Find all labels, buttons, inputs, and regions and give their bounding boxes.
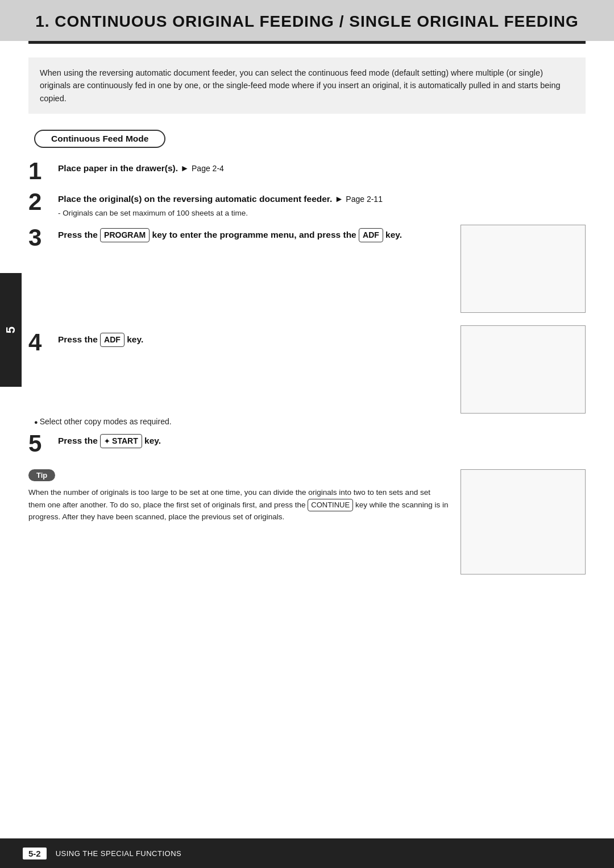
steps-right-images bbox=[460, 225, 586, 414]
steps-left: 3 Press the PROGRAM key to enter the pro… bbox=[28, 225, 460, 360]
step-2-subnote: - Originals can be set maximum of 100 sh… bbox=[58, 208, 574, 219]
footer-text: USING THE SPECIAL FUNCTIONS bbox=[56, 849, 182, 858]
bullet-text: Select other copy modes as required. bbox=[40, 417, 172, 426]
step-5-text: Press the ✦ START key. bbox=[58, 434, 574, 449]
step-3-image bbox=[460, 225, 586, 313]
step-5-row: 5 Press the ✦ START key. bbox=[28, 431, 586, 456]
step-3-row: 3 Press the PROGRAM key to enter the pro… bbox=[28, 225, 460, 250]
step-2-pageref: Page 2-11 bbox=[346, 195, 383, 204]
step-4-text: Press the ADF key. bbox=[58, 333, 449, 347]
step-4-image bbox=[460, 325, 586, 414]
step-4-number: 4 bbox=[28, 329, 58, 354]
step-1-pageref: Page 2-4 bbox=[192, 164, 224, 173]
page-title: 1. CONTINUOUS ORIGINAL FEEDING / SINGLE … bbox=[23, 13, 591, 31]
step-2-content: Place the original(s) on the reversing a… bbox=[58, 189, 586, 219]
step-1-row: 1 Place paper in the drawer(s). ► Page 2… bbox=[28, 158, 586, 183]
step-4-row: 4 Press the ADF key. bbox=[28, 329, 460, 354]
adf-key-badge-3: ADF bbox=[359, 228, 383, 242]
adf-key-badge-4: ADF bbox=[100, 333, 125, 347]
step-5-content: Press the ✦ START key. bbox=[58, 431, 586, 449]
step-3-number: 3 bbox=[28, 225, 58, 250]
mode-label: Continuous Feed Mode bbox=[34, 130, 165, 148]
start-key-badge: ✦ START bbox=[100, 434, 142, 448]
side-tab: 5 bbox=[0, 273, 22, 387]
intro-box: When using the reversing automatic docum… bbox=[28, 57, 586, 114]
continue-key-badge: CONTINUE bbox=[308, 499, 353, 511]
steps-area: 1 Place paper in the drawer(s). ► Page 2… bbox=[28, 158, 586, 461]
step-4-content: Press the ADF key. bbox=[58, 329, 460, 347]
intro-text: When using the reversing automatic docum… bbox=[40, 67, 574, 105]
step-1-number: 1 bbox=[28, 158, 58, 183]
page-footer: 5-2 USING THE SPECIAL FUNCTIONS bbox=[0, 838, 614, 868]
tip-section: Tip When the number of originals is too … bbox=[28, 469, 586, 574]
mode-label-wrapper: Continuous Feed Mode bbox=[34, 130, 586, 148]
tip-text: When the number of originals is too larg… bbox=[28, 487, 449, 523]
steps-3-4-with-images: 3 Press the PROGRAM key to enter the pro… bbox=[28, 225, 586, 414]
step-5-number: 5 bbox=[28, 431, 58, 456]
bullet-item: Select other copy modes as required. bbox=[34, 417, 586, 426]
header-divider bbox=[28, 41, 586, 44]
step-3-text: Press the PROGRAM key to enter the progr… bbox=[58, 228, 449, 242]
tip-image bbox=[460, 469, 586, 574]
tip-content-area: Tip When the number of originals is too … bbox=[28, 469, 449, 523]
main-content: When using the reversing automatic docum… bbox=[0, 57, 614, 574]
step-2-text: Place the original(s) on the reversing a… bbox=[58, 192, 574, 205]
footer-page-number: 5-2 bbox=[23, 848, 47, 859]
program-key-badge: PROGRAM bbox=[100, 228, 150, 242]
step-1-text: Place paper in the drawer(s). ► Page 2-4 bbox=[58, 162, 574, 175]
step-2-row: 2 Place the original(s) on the reversing… bbox=[28, 189, 586, 219]
tip-badge: Tip bbox=[28, 469, 55, 481]
step-3-content: Press the PROGRAM key to enter the progr… bbox=[58, 225, 460, 242]
step-1-content: Place paper in the drawer(s). ► Page 2-4 bbox=[58, 158, 586, 175]
page-header: 1. CONTINUOUS ORIGINAL FEEDING / SINGLE … bbox=[0, 0, 614, 41]
step-2-number: 2 bbox=[28, 189, 58, 214]
side-tab-number: 5 bbox=[3, 326, 18, 333]
start-icon: ✦ bbox=[104, 436, 110, 447]
